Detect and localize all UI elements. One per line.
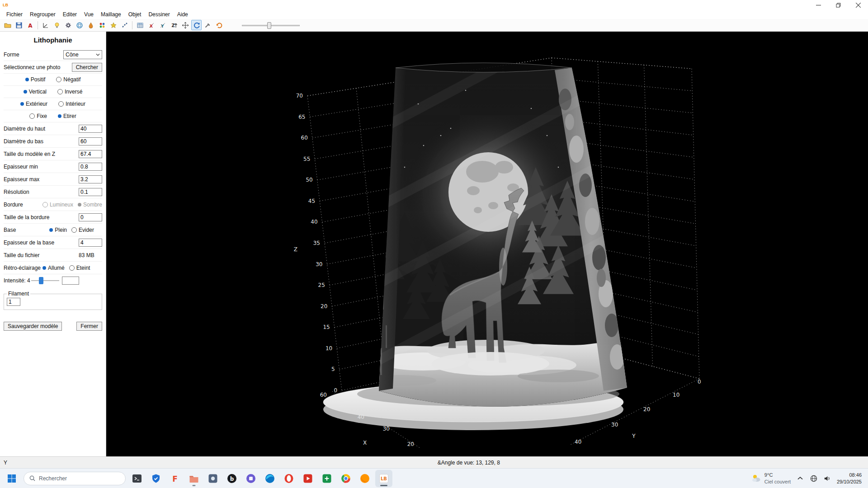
- taskbar-search[interactable]: Rechercher: [24, 472, 126, 485]
- close-button[interactable]: [848, 0, 868, 10]
- sort-z-button[interactable]: Z: [169, 20, 179, 30]
- epaisseur-max-input[interactable]: [79, 175, 102, 183]
- 3d-viewport-canvas[interactable]: 7065605550454035302520151050605040302001…: [106, 32, 868, 456]
- epaisseur-min-input[interactable]: [79, 163, 102, 171]
- toolbar-separator: [38, 21, 38, 29]
- radio-allume[interactable]: Allumé: [42, 265, 65, 271]
- text-tool-button[interactable]: A: [25, 20, 35, 30]
- epaisseur-min-row: Epaisseur min: [4, 160, 102, 173]
- fermer-button[interactable]: Fermer: [76, 322, 102, 331]
- radio-fixe[interactable]: Fixe: [29, 113, 47, 119]
- radio-negatif[interactable]: Négatif: [56, 76, 80, 83]
- palette-tool-button[interactable]: [97, 20, 107, 30]
- taille-bordure-row: Taille de la bordure: [4, 211, 102, 224]
- grid-table-button[interactable]: [135, 20, 145, 30]
- open-file-button[interactable]: [2, 20, 13, 30]
- volume-icon[interactable]: [823, 474, 831, 483]
- radio-exterieur[interactable]: Extérieur: [20, 101, 47, 107]
- exterieur-interieur-row: Extérieur Intérieur: [4, 98, 102, 110]
- menu-dessiner[interactable]: Dessiner: [145, 10, 173, 19]
- menu-vue[interactable]: Vue: [80, 10, 97, 19]
- radio-evider[interactable]: Evider: [71, 227, 94, 233]
- taskbar-app-security[interactable]: [147, 470, 165, 487]
- toolbar: A X Y Z: [0, 19, 868, 32]
- move-tool-button[interactable]: [180, 20, 190, 30]
- radio-vertical[interactable]: Vertical: [24, 89, 47, 95]
- taskbar-app-dark[interactable]: b: [223, 470, 241, 487]
- undo-button[interactable]: [214, 20, 224, 30]
- intensite-input[interactable]: [62, 277, 79, 285]
- cut-y-button[interactable]: Y: [157, 20, 168, 30]
- svg-text:A: A: [28, 22, 33, 28]
- taskbar-app-store[interactable]: [242, 470, 259, 487]
- start-button[interactable]: [3, 469, 21, 488]
- tool-button[interactable]: [203, 20, 213, 30]
- radio-eteint[interactable]: Eteint: [69, 265, 90, 271]
- taskbar-app-lithophane[interactable]: LB: [375, 470, 392, 487]
- taskbar-app-firefox[interactable]: [356, 470, 373, 487]
- weather-widget[interactable]: 9°C Ciel couvert: [751, 472, 791, 485]
- taille-z-input[interactable]: [79, 150, 102, 158]
- drop-tool-button[interactable]: [85, 20, 96, 30]
- menu-aide[interactable]: Aide: [174, 10, 192, 19]
- taille-fichier-row: Taille du fichier 83 MB: [4, 249, 102, 262]
- 3d-viewport[interactable]: 7065605550454035302520151050605040302001…: [106, 32, 868, 456]
- taskbar-app-edge[interactable]: [261, 470, 278, 487]
- store-icon: [245, 473, 256, 484]
- taskbar-clock[interactable]: 08:46 29/10/2025: [837, 472, 862, 485]
- z-tick-label: 15: [323, 324, 330, 330]
- menu-regrouper[interactable]: Regrouper: [26, 10, 59, 19]
- fixe-etirer-row: Fixe Etirer: [4, 110, 102, 122]
- axes-tool-button[interactable]: [40, 20, 51, 30]
- menu-fichier[interactable]: Fichier: [3, 10, 26, 19]
- slider-thumb[interactable]: [267, 22, 271, 29]
- rotate-view-button[interactable]: [191, 20, 202, 30]
- resolution-input[interactable]: [79, 188, 102, 196]
- sauvegarder-modele-button[interactable]: Sauvegarder modèle: [4, 322, 62, 331]
- epaisseur-base-input[interactable]: [79, 239, 102, 247]
- taskbar-app-files[interactable]: [185, 470, 203, 487]
- save-button[interactable]: [14, 20, 24, 30]
- diametre-haut-input[interactable]: [79, 125, 102, 133]
- network-icon[interactable]: [810, 474, 818, 483]
- z-tick-label: 55: [303, 156, 310, 162]
- forme-select[interactable]: Cône: [63, 50, 102, 59]
- intensite-slider-thumb[interactable]: [39, 277, 43, 284]
- vertical-inverse-row: Vertical Inversé: [4, 86, 102, 98]
- light-tool-button[interactable]: [52, 20, 62, 30]
- z-tick-label: 35: [313, 240, 320, 246]
- taskbar-app-terminal[interactable]: [128, 470, 146, 487]
- taskbar-app-media[interactable]: [299, 470, 316, 487]
- taskbar-app-green[interactable]: [318, 470, 335, 487]
- menu-editer[interactable]: Editer: [59, 10, 80, 19]
- diametre-bas-input[interactable]: [79, 137, 102, 145]
- radio-plein[interactable]: Plein: [49, 227, 67, 233]
- points-tool-button[interactable]: [119, 20, 130, 30]
- taskbar-app-system[interactable]: [204, 470, 222, 487]
- taskbar-app-f[interactable]: F: [166, 470, 184, 487]
- radio-etirer[interactable]: Etirer: [58, 113, 76, 119]
- radio-inverse[interactable]: Inversé: [57, 89, 82, 95]
- gear-tool-button[interactable]: [63, 20, 73, 30]
- chercher-button[interactable]: Chercher: [72, 63, 102, 72]
- tray-chevron-up-icon[interactable]: [796, 474, 804, 483]
- x-axis-label: X: [363, 440, 367, 446]
- opera-browser-icon: [283, 473, 294, 484]
- radio-interieur[interactable]: Intérieur: [58, 101, 85, 107]
- menu-objet[interactable]: Objet: [125, 10, 145, 19]
- taille-bordure-input[interactable]: [79, 213, 102, 221]
- minimize-button[interactable]: [808, 0, 828, 10]
- taskbar-app-opera[interactable]: [280, 470, 297, 487]
- toolbar-slider[interactable]: [242, 21, 300, 29]
- intensite-slider[interactable]: [31, 277, 59, 285]
- weather-desc: Ciel couvert: [764, 479, 791, 485]
- radio-positif[interactable]: Positif: [25, 76, 46, 83]
- cut-x-button[interactable]: X: [146, 20, 156, 30]
- star-tool-button[interactable]: [108, 20, 118, 30]
- taskbar-app-chrome[interactable]: [337, 470, 354, 487]
- sphere-tool-button[interactable]: [74, 20, 85, 30]
- filament-input[interactable]: [7, 298, 20, 306]
- maximize-button[interactable]: [828, 0, 848, 10]
- menu-maillage[interactable]: Maillage: [97, 10, 125, 19]
- axes-icon: [42, 22, 49, 29]
